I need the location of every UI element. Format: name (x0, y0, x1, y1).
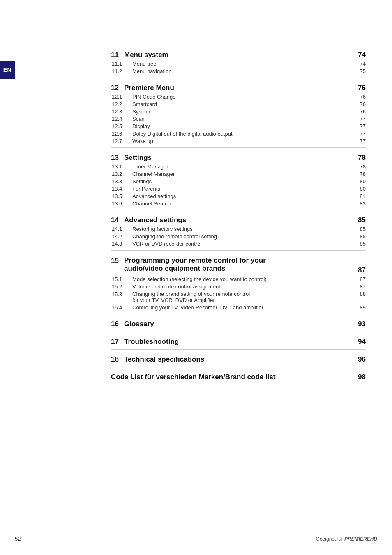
sub-15-1-title: Mode selection (selecting the device you… (132, 276, 353, 282)
sub-12-7-title: Wake up (132, 138, 353, 144)
code-list-title: Code List für verschieden Marken/Brand c… (111, 373, 353, 381)
divider-14-15 (111, 250, 366, 251)
sub-12-3-title: System (132, 108, 353, 115)
sub-11-1-page: 74 (353, 61, 366, 67)
sub-12-3-num: 12.3 (111, 108, 132, 115)
section-13-title: Settings (124, 154, 353, 162)
sub-13-2-page: 78 (353, 171, 366, 177)
sub-12-6-page: 77 (353, 131, 366, 137)
sub-11-1-title: Menu tree (132, 61, 353, 67)
sub-13-3-title: Settings (132, 178, 353, 184)
subsection-15-1: 15.1 Mode selection (selecting the devic… (111, 276, 366, 282)
section-14-num: 14 (111, 216, 124, 224)
sub-13-1-num: 13.1 (111, 164, 132, 170)
section-11-page: 74 (353, 51, 366, 59)
section-15-page: 87 (353, 256, 366, 274)
subsection-13-5: 13.5 Advanced settings 81 (111, 193, 366, 199)
sub-15-1-num: 15.1 (111, 276, 132, 282)
section-15-num: 15 (111, 256, 124, 265)
sub-15-2-page: 87 (353, 283, 366, 290)
subsection-12-1: 12.1 PIN Code Change 76 (111, 94, 366, 100)
subsection-11-2: 11.2 Menu navigation 75 (111, 68, 366, 74)
section-11-heading: 11 Menu system 74 (111, 51, 366, 59)
section-17-heading: 17 Troubleshooting 94 (111, 338, 366, 346)
subsection-13-3: 13.3 Settings 80 (111, 178, 366, 184)
sub-12-1-title: PIN Code Change (132, 94, 353, 100)
toc-content: 11 Menu system 74 11.1 Menu tree 74 11.2… (111, 45, 366, 383)
section-13-heading: 13 Settings 78 (111, 154, 366, 162)
sub-12-4-title: Scan (132, 116, 353, 122)
divider-13-14 (111, 210, 366, 210)
divider-17-18 (111, 349, 366, 350)
sub-12-2-num: 12.2 (111, 101, 132, 107)
sub-12-6-title: Dolby Digital out of the digital audio o… (132, 131, 353, 137)
sub-12-4-num: 12.4 (111, 116, 132, 122)
sub-14-1-title: Restoring factory settings (132, 226, 353, 232)
subsection-12-7: 12.7 Wake up 77 (111, 138, 366, 144)
subsection-12-5: 12.5 Display 77 (111, 123, 366, 129)
subsection-12-4: 12.4 Scan 77 (111, 116, 366, 122)
section-17-page: 94 (353, 338, 366, 346)
sub-11-2-page: 75 (353, 68, 366, 74)
sub-12-1-page: 76 (353, 94, 366, 100)
section-15-title-line2: audio/video equipment brands (124, 265, 353, 273)
section-13-page: 78 (353, 154, 366, 162)
sub-13-6-num: 13.6 (111, 200, 132, 207)
subsection-13-2: 13.2 Channel Manager 78 (111, 171, 366, 177)
sub-12-7-page: 77 (353, 138, 366, 144)
section-14-heading: 14 Advanced settings 85 (111, 216, 366, 224)
code-list-page: 98 (353, 373, 366, 381)
code-list-entry: Code List für verschieden Marken/Brand c… (111, 373, 366, 381)
sub-13-4-title: For Parents (132, 186, 353, 192)
section-18-title: Technical specifications (124, 355, 353, 364)
section-12-page: 76 (353, 84, 366, 92)
sub-11-2-num: 11.2 (111, 68, 132, 74)
sub-15-2-title: Volume and mute control assignment (132, 283, 353, 290)
subsection-11-1: 11.1 Menu tree 74 (111, 61, 366, 67)
section-18-heading: 18 Technical specifications 96 (111, 355, 366, 364)
sub-13-4-num: 13.4 (111, 186, 132, 192)
section-18-num: 18 (111, 355, 124, 364)
subsection-15-4: 15.4 Controlling your TV, Video Recorder… (111, 304, 366, 311)
divider-11-12 (111, 78, 366, 78)
footer-brand-prefix: Geeignet für (316, 536, 344, 542)
sub-12-1-num: 12.1 (111, 94, 132, 100)
subsection-14-3: 14.3 VCR or DVD recorder control 85 (111, 241, 366, 247)
footer-brand-text: Geeignet für PREMIEREHD (316, 536, 377, 542)
sub-14-2-title: Changing the remote control setting (132, 233, 353, 240)
sub-13-5-num: 13.5 (111, 193, 132, 199)
sub-15-3-title-block: Changing the brand setting of your remot… (132, 291, 353, 303)
section-17-title: Troubleshooting (124, 338, 353, 346)
sub-15-4-page: 89 (353, 304, 366, 311)
en-language-tab: EN (0, 61, 15, 79)
divider-18-codelist (111, 367, 366, 367)
section-15-title-line1: Programming your remote control for your (124, 256, 353, 265)
sub-13-4-page: 80 (353, 186, 366, 192)
en-tab-label: EN (3, 67, 12, 73)
footer-page-number: 52 (15, 536, 21, 542)
sub-11-2-title: Menu navigation (132, 68, 353, 74)
divider-12-13 (111, 147, 366, 148)
sub-13-5-title: Advanced settings (132, 193, 353, 199)
section-12-num: 12 (111, 84, 124, 92)
sub-13-6-page: 83 (353, 200, 366, 207)
footer-brand-name: PREMIEREHD (344, 536, 377, 542)
sub-15-2-num: 15.2 (111, 283, 132, 290)
sub-15-3-title-line2: for your TV, VCR, DVD or Amplifier (132, 297, 353, 303)
sub-12-7-num: 12.7 (111, 138, 132, 144)
sub-14-1-num: 14.1 (111, 226, 132, 232)
sub-13-2-title: Channel Manager (132, 171, 353, 177)
sub-12-4-page: 77 (353, 116, 366, 122)
sub-15-3-title-line1: Changing the brand setting of your remot… (132, 291, 353, 297)
subsection-12-3: 12.3 System 76 (111, 108, 366, 115)
section-13-num: 13 (111, 154, 124, 162)
section-16-num: 16 (111, 320, 124, 328)
subsection-13-4: 13.4 For Parents 80 (111, 186, 366, 192)
section-16-heading: 16 Glossary 93 (111, 320, 366, 328)
sub-15-4-title: Controlling your TV, Video Recorder, DVD… (132, 304, 353, 311)
sub-12-6-num: 12.6 (111, 131, 132, 137)
section-16-page: 93 (353, 320, 366, 328)
sub-13-1-title: Timer Manager (132, 164, 353, 170)
section-11-title: Menu system (124, 51, 353, 59)
sub-14-3-page: 85 (353, 241, 366, 247)
